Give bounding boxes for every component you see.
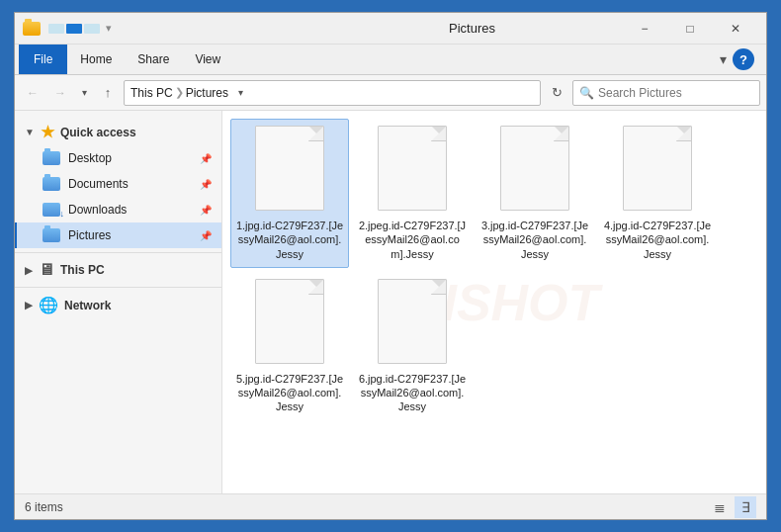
search-bar[interactable]: 🔍 xyxy=(572,80,760,106)
quick-access-header[interactable]: ▼ ★ Quick access xyxy=(15,119,221,145)
status-bar: 6 items ≣ ∃ xyxy=(15,493,766,519)
sidebar-item-desktop[interactable]: Desktop 📌 xyxy=(15,145,221,171)
pictures-pin-icon: 📌 xyxy=(200,230,212,241)
quick-tab-1 xyxy=(48,24,64,34)
file-thumb-2 xyxy=(373,126,452,215)
file-grid: 1.jpg.id-C279F237.[JessyMail26@aol.com].… xyxy=(230,119,758,421)
item-count: 6 items xyxy=(25,500,63,514)
network-label: Network xyxy=(64,299,111,312)
this-pc-icon: 🖥 xyxy=(39,261,54,279)
documents-pin-icon: 📌 xyxy=(200,179,212,190)
file-page-1 xyxy=(255,126,324,211)
tiles-view-button[interactable]: ∃ xyxy=(735,496,756,518)
help-button[interactable]: ? xyxy=(733,48,754,70)
breadcrumb-this-pc[interactable]: This PC xyxy=(130,86,173,100)
navigation-bar: ← → ▾ ↑ This PC ❯ Pictures ▾ ↻ 🔍 xyxy=(15,75,766,111)
refresh-button[interactable]: ↻ xyxy=(545,81,568,105)
pictures-folder-icon xyxy=(43,228,60,242)
minimize-button[interactable]: − xyxy=(622,13,667,44)
quick-tab-2 xyxy=(66,24,82,34)
sidebar: ▼ ★ Quick access Desktop 📌 Documents 📌 ↓… xyxy=(15,111,222,493)
file-thumb-6 xyxy=(373,279,452,368)
file-page-6 xyxy=(378,279,447,364)
collapse-ribbon-button[interactable]: ▾ xyxy=(720,51,727,67)
tab-home[interactable]: Home xyxy=(67,44,125,74)
downloads-arrow: ↓ xyxy=(60,209,65,219)
downloads-pin-icon: 📌 xyxy=(200,205,212,216)
sidebar-downloads-label: Downloads xyxy=(68,203,127,217)
ribbon: File Home Share View ▾ ? xyxy=(15,44,766,75)
file-thumb-4 xyxy=(618,126,697,215)
this-pc-arrow: ▶ xyxy=(25,265,33,276)
window-controls: − □ ✕ xyxy=(622,13,758,44)
breadcrumb-sep-1: ❯ xyxy=(175,86,184,99)
file-name-6: 6.jpg.id-C279F237.[JessyMail26@aol.com].… xyxy=(358,372,467,414)
search-icon: 🔍 xyxy=(579,86,594,100)
quick-access-star: ★ xyxy=(41,123,54,141)
file-item[interactable]: 3.jpg.id-C279F237.[JessyMail26@aol.com].… xyxy=(476,119,594,268)
sidebar-item-downloads[interactable]: ↓ Downloads 📌 xyxy=(15,197,221,222)
file-area: FISHOT 1.jpg.id-C279F237.[JessyMail26@ao… xyxy=(222,111,766,493)
sidebar-divider-1 xyxy=(15,252,221,253)
maximize-button[interactable]: □ xyxy=(667,13,713,44)
window-folder-icon xyxy=(23,22,41,36)
file-name-2: 2.jpeg.id-C279F237.[JessyMail26@aol.com]… xyxy=(358,219,467,261)
history-dropdown[interactable]: ▾ xyxy=(76,81,92,105)
file-item[interactable]: 4.jpg.id-C279F237.[JessyMail26@aol.com].… xyxy=(598,119,717,268)
sidebar-divider-2 xyxy=(15,287,221,288)
quick-tab-3 xyxy=(84,24,100,34)
window-title: Pictures xyxy=(322,21,622,36)
file-thumb-1 xyxy=(250,126,329,215)
forward-button[interactable]: → xyxy=(48,81,72,105)
network-arrow: ▶ xyxy=(25,300,33,310)
file-page-3 xyxy=(500,126,569,211)
file-name-1: 1.jpg.id-C279F237.[JessyMail26@aol.com].… xyxy=(235,219,344,261)
address-dropdown[interactable]: ▾ xyxy=(232,80,248,106)
file-name-5: 5.jpg.id-C279F237.[JessyMail26@aol.com].… xyxy=(235,372,344,414)
search-input[interactable] xyxy=(598,86,753,100)
file-thumb-3 xyxy=(495,126,574,215)
main-content: ▼ ★ Quick access Desktop 📌 Documents 📌 ↓… xyxy=(15,111,766,493)
this-pc-header[interactable]: ▶ 🖥 This PC xyxy=(15,257,221,283)
this-pc-label: This PC xyxy=(60,263,105,277)
status-view-controls: ≣ ∃ xyxy=(709,496,756,518)
sidebar-pictures-label: Pictures xyxy=(68,228,111,242)
breadcrumb: This PC ❯ Pictures xyxy=(130,86,228,100)
dropdown-arrow-title[interactable]: ▾ xyxy=(106,22,112,35)
details-view-button[interactable]: ≣ xyxy=(709,496,731,518)
ribbon-quick-access xyxy=(48,24,100,34)
quick-access-arrow: ▼ xyxy=(25,127,35,137)
ribbon-chevron: ▾ ? xyxy=(720,48,762,70)
file-item[interactable]: 5.jpg.id-C279F237.[JessyMail26@aol.com].… xyxy=(230,272,349,421)
file-item[interactable]: 6.jpg.id-C279F237.[JessyMail26@aol.com].… xyxy=(353,272,472,421)
quick-access-label: Quick access xyxy=(60,126,136,139)
sidebar-desktop-label: Desktop xyxy=(68,151,112,165)
file-page-4 xyxy=(623,126,692,211)
tab-file[interactable]: File xyxy=(19,44,67,74)
breadcrumb-pictures[interactable]: Pictures xyxy=(186,86,228,100)
address-bar[interactable]: This PC ❯ Pictures ▾ xyxy=(124,80,541,106)
network-header[interactable]: ▶ 🌐 Network xyxy=(15,292,221,318)
file-item[interactable]: 1.jpg.id-C279F237.[JessyMail26@aol.com].… xyxy=(230,119,349,268)
desktop-pin-icon: 📌 xyxy=(200,153,212,164)
desktop-folder-icon xyxy=(43,151,60,165)
file-page-2 xyxy=(378,126,447,211)
explorer-window: ▾ Pictures − □ ✕ File Home Share View ▾ … xyxy=(14,12,767,520)
title-bar: ▾ Pictures − □ ✕ xyxy=(15,13,766,44)
close-button[interactable]: ✕ xyxy=(713,13,758,44)
network-icon: 🌐 xyxy=(39,296,58,314)
documents-folder-icon xyxy=(43,177,60,191)
title-bar-left: ▾ xyxy=(23,22,322,36)
file-thumb-5 xyxy=(250,279,329,368)
file-page-5 xyxy=(255,279,324,364)
back-button[interactable]: ← xyxy=(21,81,44,105)
sidebar-item-documents[interactable]: Documents 📌 xyxy=(15,171,221,197)
tab-view[interactable]: View xyxy=(182,44,233,74)
file-name-4: 4.jpg.id-C279F237.[JessyMail26@aol.com].… xyxy=(603,219,712,261)
file-name-3: 3.jpg.id-C279F237.[JessyMail26@aol.com].… xyxy=(480,219,589,261)
tab-share[interactable]: Share xyxy=(125,44,182,74)
file-item[interactable]: 2.jpeg.id-C279F237.[JessyMail26@aol.com]… xyxy=(353,119,472,268)
downloads-folder-icon: ↓ xyxy=(43,203,60,217)
sidebar-item-pictures[interactable]: Pictures 📌 xyxy=(15,222,221,248)
up-button[interactable]: ↑ xyxy=(96,81,120,105)
